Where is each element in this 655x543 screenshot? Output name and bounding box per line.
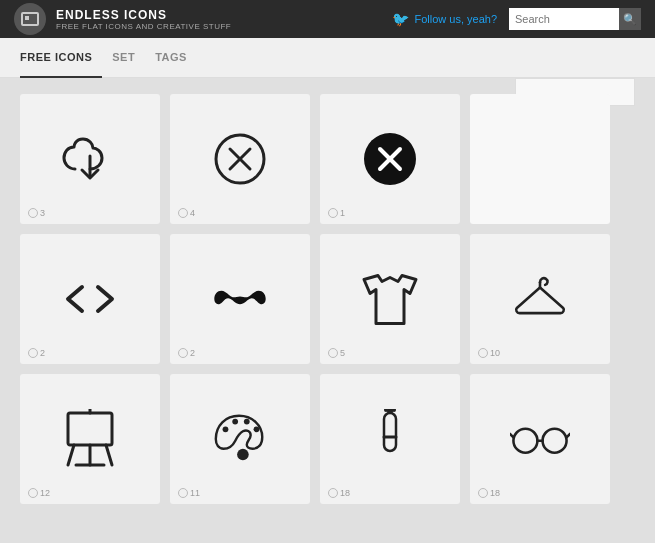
site-subtitle: FREE FLAT ICONS AND CREATIVE STUFF <box>56 22 231 31</box>
svg-line-29 <box>510 434 513 437</box>
twitter-icon: 🐦 <box>392 11 409 27</box>
tshirt-icon <box>355 264 425 334</box>
icon-grid: 3 4 1 <box>20 94 635 504</box>
icon-card-tshirt[interactable]: 5 <box>320 234 460 364</box>
tab-tags[interactable]: TAGS <box>145 38 197 78</box>
icon-card-code[interactable]: 2 <box>20 234 160 364</box>
search-input[interactable] <box>509 8 619 30</box>
icon-count-mustache: 2 <box>178 348 195 358</box>
cloud-download-icon <box>55 124 125 194</box>
icon-count-test-tube: 18 <box>328 488 350 498</box>
icon-card-cloud-download[interactable]: 3 <box>20 94 160 224</box>
icon-count-circle-x-outline: 4 <box>178 208 195 218</box>
hanger-icon <box>505 264 575 334</box>
code-icon <box>55 264 125 334</box>
glasses-icon <box>505 404 575 474</box>
svg-rect-1 <box>25 16 29 20</box>
icon-card-easel[interactable]: 12 <box>20 374 160 504</box>
svg-point-27 <box>543 429 567 453</box>
icon-count-easel: 12 <box>28 488 50 498</box>
icon-card-palette[interactable]: 11 <box>170 374 310 504</box>
svg-rect-10 <box>68 413 112 445</box>
icon-card-mustache[interactable]: 2 <box>170 234 310 364</box>
icon-card-glasses[interactable]: 18 <box>470 374 610 504</box>
svg-rect-0 <box>22 13 38 25</box>
easel-icon <box>55 404 125 474</box>
icon-count-circle-x-filled: 1 <box>328 208 345 218</box>
icon-card-empty-1 <box>470 94 610 224</box>
icon-card-test-tube[interactable]: 18 <box>320 374 460 504</box>
circle-x-outline-icon <box>205 124 275 194</box>
logo-icon <box>14 3 46 35</box>
svg-point-17 <box>232 419 238 425</box>
search-form: 🔍 <box>509 8 641 30</box>
tab-free-icons[interactable]: FREE ICONS <box>20 38 102 78</box>
svg-point-19 <box>254 426 260 432</box>
svg-rect-21 <box>384 413 396 451</box>
svg-line-13 <box>68 445 74 465</box>
header-right: 🐦 Follow us, yeah? 🔍 <box>392 8 641 30</box>
mustache-icon <box>205 264 275 334</box>
palette-icon <box>205 404 275 474</box>
svg-point-26 <box>513 429 537 453</box>
icon-count-cloud-download: 3 <box>28 208 45 218</box>
tab-set[interactable]: SET <box>102 38 145 78</box>
icon-card-circle-x-outline[interactable]: 4 <box>170 94 310 224</box>
svg-point-18 <box>244 419 250 425</box>
icon-count-glasses: 18 <box>478 488 500 498</box>
nav-tabs: FREE ICONS SET TAGS <box>0 38 655 78</box>
search-button[interactable]: 🔍 <box>619 8 641 30</box>
test-tube-icon <box>355 404 425 474</box>
twitter-follow[interactable]: 🐦 Follow us, yeah? <box>392 11 497 27</box>
svg-line-14 <box>106 445 112 465</box>
twitter-label: Follow us, yeah? <box>414 13 497 25</box>
svg-point-16 <box>223 426 229 432</box>
icon-count-tshirt: 5 <box>328 348 345 358</box>
icon-count-palette: 11 <box>178 488 200 498</box>
site-title: ENDLESS ICONS <box>56 8 231 22</box>
header-left: ENDLESS ICONS FREE FLAT ICONS AND CREATI… <box>14 3 231 35</box>
header: ENDLESS ICONS FREE FLAT ICONS AND CREATI… <box>0 0 655 38</box>
icon-count-hanger: 10 <box>478 348 500 358</box>
header-titles: ENDLESS ICONS FREE FLAT ICONS AND CREATI… <box>56 8 231 31</box>
circle-x-filled-icon <box>355 124 425 194</box>
icon-count-code: 2 <box>28 348 45 358</box>
icon-card-circle-x-filled[interactable]: 1 <box>320 94 460 224</box>
svg-line-30 <box>567 434 570 437</box>
icon-card-hanger[interactable]: 10 <box>470 234 610 364</box>
main-content: 3 4 1 <box>0 78 655 543</box>
svg-point-20 <box>237 449 249 461</box>
